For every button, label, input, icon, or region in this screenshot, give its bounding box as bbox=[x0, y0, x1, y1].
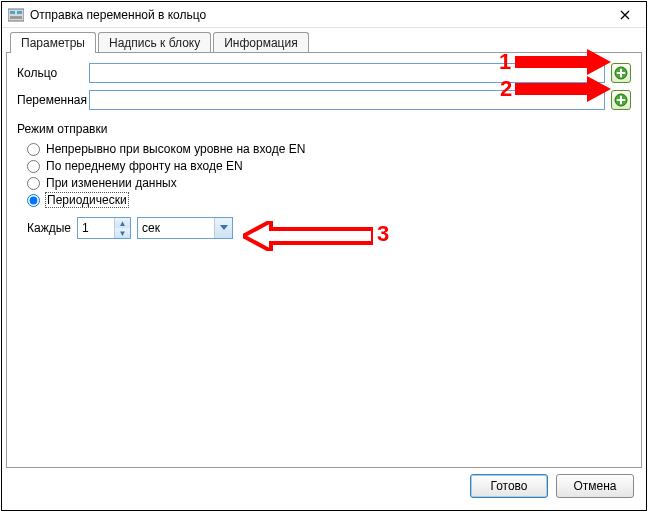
dialog-footer: Готово Отмена bbox=[6, 468, 642, 506]
dialog-window: Отправка переменной в кольцо Параметры Н… bbox=[1, 1, 647, 511]
cancel-button[interactable]: Отмена bbox=[556, 474, 634, 498]
spinner-down[interactable]: ▼ bbox=[115, 228, 130, 238]
app-icon bbox=[8, 7, 24, 23]
every-label: Каждые bbox=[27, 221, 71, 235]
titlebar: Отправка переменной в кольцо bbox=[2, 2, 646, 28]
radio-continuous-label: Непрерывно при высоком уровне на входе E… bbox=[46, 142, 305, 156]
annotation-2-text: 2 bbox=[500, 76, 512, 102]
radio-rising-input[interactable] bbox=[27, 160, 40, 173]
radio-onchange-input[interactable] bbox=[27, 177, 40, 190]
svg-rect-3 bbox=[10, 16, 22, 19]
row-ring: Кольцо bbox=[17, 63, 631, 83]
radio-rising[interactable]: По переднему фронту на входе EN bbox=[27, 159, 631, 173]
unit-select-button[interactable] bbox=[214, 218, 232, 238]
tabstrip: Параметры Надпись к блоку Информация bbox=[6, 32, 642, 53]
interval-row: Каждые ▲ ▼ сек bbox=[27, 217, 631, 239]
svg-rect-2 bbox=[17, 11, 22, 14]
radio-periodic-label: Периодически bbox=[46, 193, 128, 207]
unit-select-value: сек bbox=[138, 221, 214, 235]
radio-continuous[interactable]: Непрерывно при высоком уровне на входе E… bbox=[27, 142, 631, 156]
row-variable: Переменная bbox=[17, 90, 631, 110]
unit-select[interactable]: сек bbox=[137, 217, 233, 239]
plus-icon bbox=[614, 93, 628, 107]
window-title: Отправка переменной в кольцо bbox=[30, 8, 610, 22]
tab-parameters[interactable]: Параметры bbox=[10, 32, 96, 53]
radio-periodic-input[interactable] bbox=[27, 194, 40, 207]
spinner-up[interactable]: ▲ bbox=[115, 218, 130, 228]
svg-rect-1 bbox=[10, 11, 15, 14]
annotation-3-text: 3 bbox=[377, 221, 389, 247]
radio-onchange-label: При изменении данных bbox=[46, 176, 177, 190]
client-area: Параметры Надпись к блоку Информация Кол… bbox=[2, 28, 646, 510]
spinner-arrows: ▲ ▼ bbox=[114, 218, 130, 238]
ring-label: Кольцо bbox=[17, 66, 89, 80]
ring-add-button[interactable] bbox=[611, 63, 631, 83]
radio-rising-label: По переднему фронту на входе EN bbox=[46, 159, 243, 173]
variable-input[interactable] bbox=[89, 90, 605, 110]
interval-spinner[interactable]: ▲ ▼ bbox=[77, 217, 131, 239]
chevron-down-icon bbox=[220, 225, 228, 231]
ok-button[interactable]: Готово bbox=[470, 474, 548, 498]
ring-input[interactable] bbox=[89, 63, 605, 83]
radio-onchange[interactable]: При изменении данных bbox=[27, 176, 631, 190]
plus-icon bbox=[614, 66, 628, 80]
svg-rect-0 bbox=[8, 9, 24, 21]
tab-caption[interactable]: Надпись к блоку bbox=[98, 32, 211, 53]
radio-continuous-input[interactable] bbox=[27, 143, 40, 156]
tab-panel-parameters: Кольцо Переменная bbox=[6, 52, 642, 468]
variable-label: Переменная bbox=[17, 93, 89, 107]
tab-info[interactable]: Информация bbox=[213, 32, 308, 53]
radio-periodic[interactable]: Периодически bbox=[27, 193, 631, 207]
annotation-1-text: 1 bbox=[499, 49, 511, 75]
close-button[interactable] bbox=[610, 5, 640, 25]
variable-add-button[interactable] bbox=[611, 90, 631, 110]
mode-heading: Режим отправки bbox=[17, 122, 631, 136]
interval-value-input[interactable] bbox=[78, 218, 114, 238]
